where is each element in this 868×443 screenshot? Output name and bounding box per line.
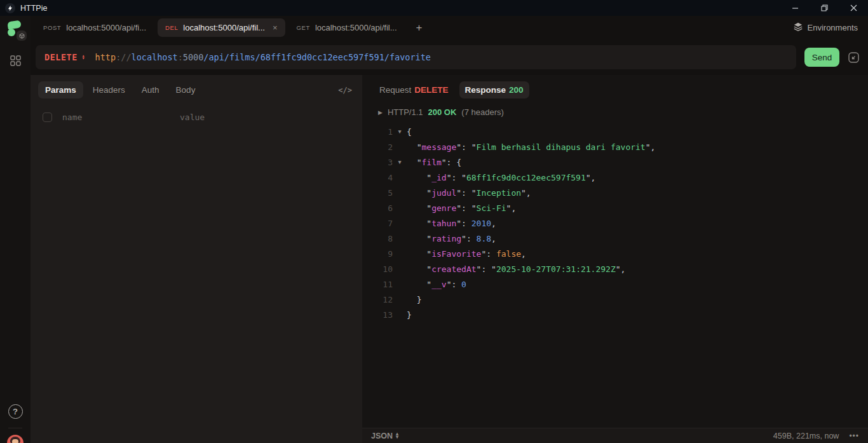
response-tab-status: 200: [509, 85, 524, 95]
save-request-icon[interactable]: [847, 51, 860, 64]
send-button[interactable]: Send: [804, 48, 839, 67]
tab-request-view[interactable]: Request DELETE: [374, 81, 454, 99]
response-body: 1▼{2 "message": "Film berhasil dihapus d…: [374, 124, 868, 322]
request-url[interactable]: http://localhost:5000/api/films/68ff1fc9…: [95, 52, 431, 62]
tab-method-label: POST: [43, 24, 61, 31]
response-meta: 459B, 221ms, now: [773, 432, 839, 440]
code-line: 6 "genre": "Sci-Fi",: [374, 200, 868, 215]
url-input[interactable]: DELETE ▴▾ http://localhost:5000/api/film…: [36, 45, 796, 69]
collapse-caret-icon[interactable]: ▼: [393, 128, 407, 135]
format-selector[interactable]: JSON ▴▾: [371, 432, 398, 440]
more-options-icon[interactable]: •••: [849, 432, 859, 440]
code-line: 13}: [374, 307, 868, 322]
code-line: 3▼ "film": {: [374, 154, 868, 170]
tab-method-label: DEL: [165, 24, 178, 31]
collapse-caret-icon[interactable]: ▼: [393, 159, 407, 165]
close-button[interactable]: [839, 0, 868, 16]
url-port: 5000: [183, 52, 204, 62]
tab-url-label: localhost:5000/api/fil...: [183, 23, 265, 32]
tab-url-label: localhost:5000/api/fi...: [66, 23, 146, 32]
param-checkbox[interactable]: [43, 112, 52, 122]
method-dropdown-icon[interactable]: ▴▾: [82, 55, 85, 60]
code-text: "_id": "68ff1fc9d0cc12eec597f591",: [407, 173, 595, 182]
tab-body[interactable]: Body: [169, 81, 203, 99]
httpie-logo[interactable]: [6, 20, 24, 38]
tab-headers[interactable]: Headers: [86, 81, 132, 99]
code-line: 10 "createdAt": "2025-10-27T07:31:21.292…: [374, 261, 868, 276]
request-url-row: DELETE ▴▾ http://localhost:5000/api/film…: [31, 39, 868, 75]
code-text: "isFavorite": false,: [407, 249, 526, 259]
window-titlebar: HTTPie: [0, 0, 868, 16]
tab-post-request[interactable]: POST localhost:5000/api/fi...: [36, 18, 154, 37]
code-view-toggle-icon[interactable]: </>: [338, 86, 355, 95]
environments-button[interactable]: Environments: [793, 22, 858, 34]
minimize-button[interactable]: [780, 0, 810, 16]
line-number: 4: [374, 173, 393, 182]
expand-headers-caret-icon[interactable]: ▶: [378, 109, 383, 116]
url-scheme: http: [95, 52, 116, 62]
code-text: "tahun": 2010,: [407, 219, 496, 228]
code-text: }: [407, 295, 421, 304]
httpie-logo-dot: [8, 29, 15, 36]
request-tab-label: Request: [379, 85, 411, 95]
code-line: 4 "_id": "68ff1fc9d0cc12eec597f591",: [374, 170, 868, 185]
code-line: 8 "rating": 8.8,: [374, 231, 868, 246]
url-host: localhost: [132, 52, 178, 62]
code-text: "rating": 8.8,: [407, 234, 496, 243]
param-value-input[interactable]: [180, 112, 355, 122]
tab-method-label: GET: [297, 24, 310, 31]
method-selector[interactable]: DELETE: [44, 52, 78, 62]
code-line: 11 "__v": 0: [374, 276, 868, 292]
tab-close-icon[interactable]: ×: [273, 23, 278, 32]
sidebar-divider: [8, 428, 22, 428]
protocol-label: HTTP/1.1: [388, 107, 423, 117]
response-panel-tabs: Request DELETE Response 200: [374, 81, 868, 99]
tab-params[interactable]: Params: [38, 81, 83, 99]
app-logo-icon: [5, 3, 15, 13]
request-tab-method: DELETE: [414, 85, 448, 95]
tab-response-view[interactable]: Response 200: [459, 81, 529, 99]
new-tab-button[interactable]: +: [411, 20, 428, 36]
headers-summary: (7 headers): [461, 107, 503, 117]
status-code: 200 OK: [428, 107, 457, 117]
help-icon[interactable]: ?: [8, 404, 23, 419]
line-number: 9: [374, 249, 393, 259]
code-text: "film": {: [407, 158, 461, 167]
code-line: 1▼{: [374, 124, 868, 139]
line-number: 6: [374, 203, 393, 213]
url-path: /api/films/68ff1fc9d0cc12eec597f591/favo…: [203, 52, 431, 62]
line-number: 5: [374, 188, 393, 198]
request-editor-tabs: Params Headers Auth Body </>: [38, 81, 355, 99]
line-number: 10: [374, 264, 393, 274]
code-text: "judul": "Inception",: [407, 188, 531, 198]
param-name-input[interactable]: [62, 112, 180, 122]
request-tabbar: POST localhost:5000/api/fi... DEL localh…: [31, 16, 868, 39]
line-number: 2: [374, 142, 393, 152]
collections-grid-icon[interactable]: [10, 55, 22, 69]
environments-label: Environments: [808, 23, 858, 32]
line-number: 11: [374, 280, 393, 289]
code-text: "__v": 0: [407, 280, 466, 289]
format-label: JSON: [371, 432, 393, 440]
line-number: 7: [374, 219, 393, 228]
request-editor-panel: Params Headers Auth Body </>: [31, 75, 362, 443]
code-line: 2 "message": "Film berhasil dihapus dari…: [374, 139, 868, 154]
workspace-badge-icon: [17, 31, 27, 41]
code-text: {: [407, 127, 412, 137]
tab-auth[interactable]: Auth: [135, 81, 166, 99]
user-avatar[interactable]: [7, 435, 24, 443]
url-separator: ://: [116, 52, 131, 62]
tab-get-request[interactable]: GET localhost:5000/api/fil...: [289, 18, 405, 37]
code-text: "createdAt": "2025-10-27T07:31:21.292Z",: [407, 264, 625, 274]
line-number: 8: [374, 234, 393, 243]
maximize-button[interactable]: [810, 0, 839, 16]
avatar-face: [12, 439, 18, 443]
response-status-line[interactable]: ▶ HTTP/1.1 200 OK (7 headers): [374, 107, 868, 117]
line-number: 3: [374, 158, 393, 167]
format-dropdown-icon: ▴▾: [396, 433, 398, 439]
tab-delete-request-active[interactable]: DEL localhost:5000/api/fil... ×: [158, 18, 285, 37]
line-number: 13: [374, 310, 393, 320]
response-footer-bar: JSON ▴▾ 459B, 221ms, now •••: [362, 428, 868, 443]
left-rail: ?: [0, 16, 31, 443]
layers-icon: [793, 22, 803, 34]
